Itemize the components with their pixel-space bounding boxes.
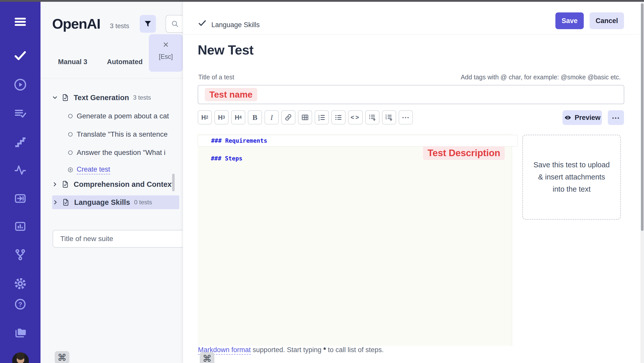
test-row[interactable]: Generate a poem about a cat (41, 110, 183, 122)
attachments-dropzone[interactable]: Save this test to upload & insert attach… (522, 135, 621, 220)
heading3-button[interactable]: H3 (214, 110, 229, 124)
link-icon (285, 114, 292, 121)
esc-key-hint: [Esc] (159, 53, 173, 60)
breadcrumb-check-icon (198, 20, 206, 28)
project-title: OpenAI (52, 15, 100, 32)
heading4-button[interactable]: H4 (231, 110, 245, 124)
test-title: Answer the question "What i (77, 149, 166, 157)
test-title-input[interactable]: Test name (198, 85, 624, 104)
link-button[interactable] (281, 110, 295, 124)
bullet-list-icon (335, 114, 342, 121)
suite-title: Language Skills (74, 198, 130, 207)
command-key-hint: ⌘ (55, 351, 69, 363)
heading2-button[interactable]: H2 (198, 110, 212, 124)
svg-text:?: ? (18, 301, 22, 308)
create-test-row: Create test (41, 164, 183, 176)
user-avatar[interactable] (12, 352, 29, 363)
ordered-list-button[interactable]: 123 (315, 110, 329, 124)
sidebar-item-settings[interactable] (0, 277, 41, 290)
sidebar-item-runs[interactable] (0, 78, 41, 91)
sidebar-item-plans[interactable] (0, 107, 41, 120)
table-button[interactable] (298, 110, 312, 124)
test-circle-icon (68, 150, 73, 155)
cancel-button[interactable]: Cancel (590, 12, 624, 29)
sidebar-item-tests[interactable] (0, 50, 41, 61)
main-scrollbar-track[interactable] (640, 2, 644, 363)
suite-row-language-skills[interactable]: Language Skills 0 tests (52, 195, 179, 209)
save-button[interactable]: Save (555, 12, 584, 29)
chevron-right-icon[interactable] (52, 181, 58, 188)
preview-button[interactable]: Preview (562, 110, 602, 125)
tab-manual[interactable]: Manual 3 (56, 58, 89, 66)
sidebar-item-projects[interactable] (0, 326, 41, 338)
test-editor-panel: Language Skills Save Cancel New Test Tit… (183, 2, 644, 363)
code-button[interactable]: <> (348, 110, 363, 124)
activity-icon (14, 164, 26, 176)
eye-icon (564, 114, 572, 121)
bullet-list-add-button[interactable] (365, 110, 379, 124)
editor-more-button[interactable]: ... (608, 110, 624, 125)
suite-title: Comprehension and Context (74, 180, 174, 189)
filter-icon (144, 20, 152, 28)
markdown-toolbar: H2 H3 H4 B I 123 <> 123 ... (198, 110, 413, 124)
project-tests-count: 3 tests (110, 22, 129, 30)
suite-count: 0 tests (134, 199, 152, 206)
branch-icon (14, 248, 27, 261)
import-icon (14, 192, 27, 205)
steps-icon (14, 136, 27, 148)
sidebar-item-reports[interactable] (0, 220, 41, 232)
table-icon (301, 114, 309, 121)
tab-automated[interactable]: Automated (106, 58, 144, 66)
suite-doc-icon (61, 180, 69, 188)
chevron-right-icon[interactable] (52, 199, 59, 206)
test-title: Translate "This is a sentence (77, 130, 168, 138)
sidebar-item-steps[interactable] (0, 136, 41, 148)
sidebar-item-branches[interactable] (0, 248, 41, 261)
panel-scrollbar-thumb[interactable] (172, 174, 175, 191)
app-screen: ? OpenAI 3 tests [Esc] Manual 3 Automate… (0, 0, 644, 363)
test-circle-icon (68, 132, 73, 137)
new-suite-input[interactable] (53, 230, 189, 248)
italic-button[interactable]: I (265, 110, 279, 124)
test-title: Generate a poem about a cat (77, 112, 169, 120)
suite-doc-icon (62, 198, 70, 206)
hamburger-icon (14, 17, 26, 26)
suite-row-text-generation[interactable]: Text Generation 3 tests (41, 92, 183, 103)
tags-hint: Add tags with @ char, for example: @smok… (461, 74, 621, 81)
suite-count: 3 tests (133, 94, 151, 101)
close-search-popup[interactable]: [Esc] (149, 34, 183, 72)
bullet-list-add-icon (369, 114, 376, 121)
title-field-label: Title of a test (198, 74, 234, 81)
command-key-hint: ⌘ (200, 352, 214, 363)
test-row[interactable]: Answer the question "What i (41, 147, 183, 158)
tabs-divider (41, 78, 183, 78)
gear-icon (14, 277, 27, 290)
play-circle-icon (14, 78, 27, 91)
folders-icon (13, 326, 27, 338)
bold-button[interactable]: B (248, 110, 262, 124)
suite-row-comprehension[interactable]: Comprehension and Context (41, 178, 183, 190)
breadcrumb-suite[interactable]: Language Skills (211, 21, 260, 29)
test-row[interactable]: Translate "This is a sentence (41, 129, 183, 140)
chevron-down-icon[interactable] (52, 94, 58, 101)
create-test-link[interactable]: Create test (77, 166, 110, 174)
ordered-list-add-button[interactable]: 123 (382, 110, 396, 124)
svg-text:3: 3 (386, 118, 387, 120)
bullet-list-button[interactable] (331, 110, 346, 124)
menu-button[interactable] (0, 17, 41, 26)
check-icon (14, 50, 26, 61)
sidebar-item-import[interactable] (0, 192, 41, 205)
test-circle-icon (68, 114, 73, 119)
sidebar-item-help[interactable]: ? (0, 298, 41, 311)
filter-button[interactable] (140, 15, 156, 33)
close-icon (162, 41, 170, 49)
editor-focused-line[interactable]: ### Requirements (198, 135, 518, 147)
plus-circle-icon (67, 167, 73, 173)
list-check-icon (14, 107, 27, 120)
page-title: New Test (198, 42, 253, 58)
sidebar-item-pulse[interactable] (0, 164, 41, 176)
toolbar-more-button[interactable]: ... (399, 110, 413, 124)
main-scrollbar-thumb[interactable] (641, 3, 643, 231)
header-divider (183, 34, 641, 34)
description-editor[interactable] (198, 134, 512, 346)
